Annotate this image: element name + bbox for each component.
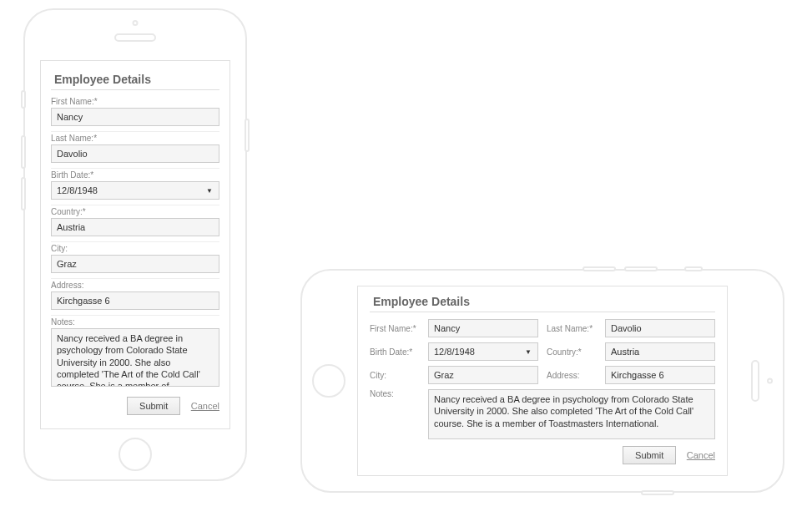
last-name-input[interactable] <box>51 144 219 163</box>
last-name-label: Last Name:* <box>547 324 597 333</box>
address-label: Address: <box>547 371 597 380</box>
city-label: City: <box>51 244 219 253</box>
country-label: Country:* <box>51 207 219 216</box>
screen-portrait: Employee Details First Name:* Last Name:… <box>40 60 230 429</box>
button-row: Submit Cancel <box>370 446 715 464</box>
speaker-icon <box>114 33 156 42</box>
volume-down-icon <box>583 266 616 271</box>
divider <box>51 315 219 316</box>
first-name-input[interactable] <box>428 319 538 337</box>
country-label: Country:* <box>547 347 597 357</box>
last-name-input[interactable] <box>605 319 715 337</box>
divider <box>51 278 219 279</box>
home-button-icon <box>119 438 152 471</box>
birth-date-dropdown[interactable]: ▼ <box>428 342 538 361</box>
birth-date-label: Birth Date:* <box>370 347 420 357</box>
form-heading: Employee Details <box>51 73 219 90</box>
screen-landscape: Employee Details First Name:* Last Name:… <box>357 286 728 476</box>
first-name-label: First Name:* <box>51 97 219 106</box>
home-button-icon <box>312 364 345 398</box>
speaker-icon <box>751 360 759 402</box>
volume-down-icon <box>21 177 26 210</box>
address-input[interactable] <box>605 366 715 384</box>
submit-button[interactable]: Submit <box>623 446 676 464</box>
notes-textarea[interactable] <box>428 389 715 439</box>
divider <box>51 241 219 242</box>
submit-button[interactable]: Submit <box>127 397 180 415</box>
notes-label: Notes: <box>51 317 219 327</box>
first-name-input[interactable] <box>51 108 219 126</box>
power-button-icon <box>641 490 674 495</box>
city-label: City: <box>370 371 420 380</box>
birth-date-input[interactable] <box>428 342 538 361</box>
notes-label: Notes: <box>370 389 420 398</box>
address-input[interactable] <box>51 291 219 310</box>
form-heading: Employee Details <box>370 295 715 312</box>
camera-icon <box>133 20 139 26</box>
button-row: Submit Cancel <box>51 397 219 415</box>
birth-date-label: Birth Date:* <box>51 170 219 180</box>
notes-textarea[interactable] <box>51 328 219 387</box>
divider <box>51 205 219 205</box>
power-button-icon <box>245 119 250 152</box>
last-name-label: Last Name:* <box>51 134 219 143</box>
birth-date-input[interactable] <box>51 181 219 200</box>
city-input[interactable] <box>51 255 219 273</box>
phone-frame-landscape: Employee Details First Name:* Last Name:… <box>300 269 784 493</box>
country-input[interactable] <box>51 218 219 236</box>
phone-frame-portrait: Employee Details First Name:* Last Name:… <box>23 8 247 481</box>
cancel-link[interactable]: Cancel <box>191 401 219 411</box>
cancel-link[interactable]: Cancel <box>687 450 715 460</box>
volume-up-icon <box>624 266 658 271</box>
mute-switch-icon <box>21 90 26 109</box>
mute-switch-icon <box>684 266 703 271</box>
city-input[interactable] <box>428 366 538 384</box>
first-name-label: First Name:* <box>370 324 420 333</box>
camera-icon <box>767 378 773 384</box>
divider <box>51 131 219 132</box>
divider <box>51 168 219 169</box>
address-label: Address: <box>51 281 219 290</box>
volume-up-icon <box>21 135 26 169</box>
country-input[interactable] <box>605 342 715 361</box>
birth-date-dropdown[interactable]: ▼ <box>51 181 219 200</box>
